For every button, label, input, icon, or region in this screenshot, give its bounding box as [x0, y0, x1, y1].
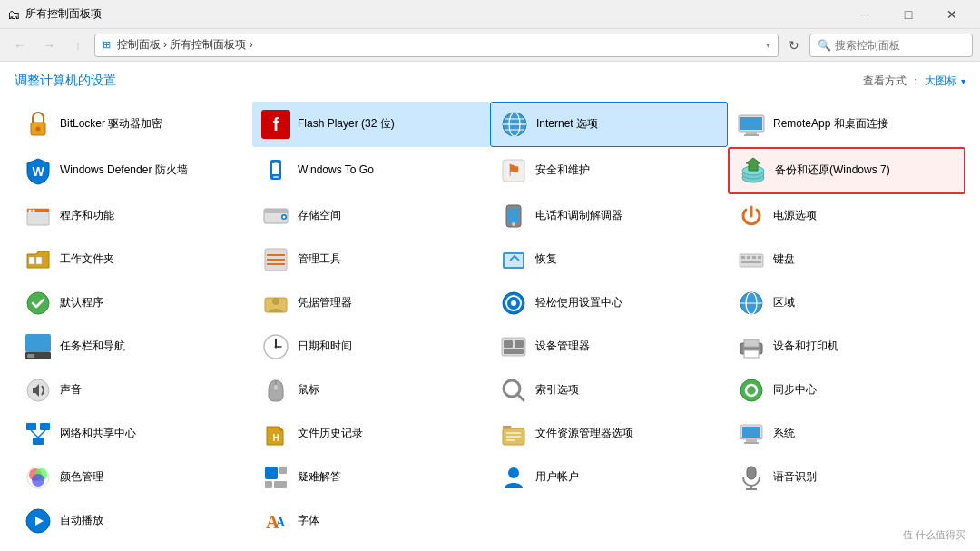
grid-item-security[interactable]: ⚑安全和维护	[490, 147, 728, 194]
power-icon	[737, 202, 766, 231]
grid-item-troubleshoot[interactable]: 疑难解答	[252, 456, 490, 499]
grid-item-filehistory[interactable]: H文件历史记录	[252, 412, 490, 456]
devmgr-icon	[499, 332, 528, 361]
forward-button[interactable]: →	[36, 33, 62, 58]
maximize-button[interactable]: □	[887, 0, 929, 29]
filehistory-icon: H	[261, 419, 290, 448]
devprinters-icon	[737, 332, 766, 361]
grid-item-datetime[interactable]: 日期和时间	[252, 325, 490, 369]
network-icon	[24, 419, 53, 448]
grid-item-devmgr[interactable]: 设备管理器	[490, 325, 728, 369]
refresh-button[interactable]: ↻	[782, 34, 806, 57]
grid-item-storage[interactable]: 存储空间	[252, 194, 490, 238]
grid-item-fileexplorer[interactable]: 文件资源管理器选项	[490, 412, 728, 456]
up-button[interactable]: ↑	[65, 33, 91, 58]
recovery-label: 恢复	[535, 252, 557, 267]
grid-item-credentials[interactable]: 凭据管理器	[252, 281, 490, 325]
grid-item-fonts[interactable]: AA字体	[252, 499, 490, 543]
search-input[interactable]	[835, 39, 971, 52]
search-icon: 🔍	[818, 39, 831, 52]
close-button[interactable]: ✕	[931, 0, 973, 29]
svg-rect-10	[740, 117, 762, 130]
search-bar[interactable]: 🔍	[809, 34, 973, 57]
svg-text:H: H	[272, 433, 279, 443]
titlebar: 🗂 所有控制面板项 ─ □ ✕	[0, 0, 980, 29]
backup-label: 备份和还原(Windows 7)	[775, 163, 890, 178]
view-label: 查看方式	[863, 74, 906, 89]
svg-rect-16	[274, 162, 278, 163]
keyboard-icon	[737, 245, 766, 274]
grid-item-taskbar[interactable]: 任务栏和导航	[15, 325, 252, 369]
defaults-icon	[24, 289, 53, 318]
useracct-icon	[499, 463, 528, 492]
grid-item-power[interactable]: 电源选项	[728, 194, 965, 238]
phone-label: 电话和调制解调器	[535, 209, 622, 223]
speech-label: 语音识别	[773, 470, 817, 485]
grid-item-autoplay[interactable]: 自动播放	[15, 499, 252, 543]
sound-label: 声音	[60, 383, 82, 398]
svg-rect-34	[29, 257, 34, 264]
svg-rect-38	[267, 259, 285, 261]
svg-rect-43	[741, 256, 745, 259]
grid-item-ease[interactable]: 轻松使用设置中心	[490, 281, 728, 325]
grid-item-region[interactable]: 区域	[728, 281, 965, 325]
grid-item-mouse[interactable]: 鼠标	[252, 369, 490, 412]
view-separator: ：	[910, 74, 921, 89]
grid-item-programs[interactable]: 程序和功能	[15, 194, 252, 238]
storage-icon	[261, 202, 290, 231]
grid-item-workfolder[interactable]: 工作文件夹	[15, 238, 252, 281]
datetime-icon	[261, 332, 290, 361]
grid-item-devprinters[interactable]: 设备和打印机	[728, 325, 965, 369]
svg-point-48	[27, 292, 49, 314]
svg-rect-15	[272, 163, 279, 174]
grid-item-defaults[interactable]: 默认程序	[15, 281, 252, 325]
address-bar[interactable]: ⊞ 控制面板 › 所有控制面板项 › ▾	[94, 34, 779, 57]
grid-item-synccenter[interactable]: 同步中心	[728, 369, 965, 412]
grid-item-internet[interactable]: Internet 选项	[490, 102, 728, 147]
svg-point-30	[283, 216, 286, 219]
grid-item-phone[interactable]: 电话和调制解调器	[490, 194, 728, 238]
grid-item-remoteapp[interactable]: RemoteApp 和桌面连接	[728, 102, 965, 147]
synccenter-icon	[737, 376, 766, 405]
svg-point-50	[272, 298, 279, 305]
taskbar-icon	[24, 332, 53, 361]
back-button[interactable]: ←	[7, 33, 33, 58]
grid-item-backup[interactable]: 备份和还原(Windows 7)	[728, 147, 965, 194]
ease-label: 轻松使用设置中心	[535, 296, 622, 310]
grid-item-sound[interactable]: 声音	[15, 369, 252, 412]
grid-item-network[interactable]: 网络和共享中心	[15, 412, 252, 456]
fileexplorer-icon	[499, 419, 528, 448]
indexing-label: 索引选项	[535, 383, 579, 398]
region-label: 区域	[773, 296, 795, 310]
grid-item-indexing[interactable]: 索引选项	[490, 369, 728, 412]
grid-item-recovery[interactable]: 恢复	[490, 238, 728, 281]
grid-item-useracct[interactable]: 用户帐户	[490, 456, 728, 499]
grid-item-speech[interactable]: 语音识别	[728, 456, 965, 499]
autoplay-icon	[24, 507, 53, 536]
view-arrow-icon[interactable]: ▾	[961, 76, 965, 86]
grid-item-mgmttools[interactable]: 管理工具	[252, 238, 490, 281]
grid-item-system[interactable]: 系统	[728, 412, 965, 456]
svg-rect-77	[40, 423, 50, 430]
system-label: 系统	[773, 427, 795, 441]
speech-icon	[737, 463, 766, 492]
remoteapp-label: RemoteApp 和桌面连接	[773, 117, 888, 132]
address-dropdown-icon[interactable]: ▾	[766, 40, 770, 50]
view-current[interactable]: 大图标	[925, 74, 957, 89]
grid-item-bitlocker[interactable]: BitLocker 驱动器加密	[15, 102, 252, 147]
svg-rect-97	[274, 481, 287, 488]
fileexplorer-label: 文件资源管理器选项	[535, 427, 633, 441]
toolbar: ← → ↑ ⊞ 控制面板 › 所有控制面板项 › ▾ ↻ 🔍	[0, 29, 980, 62]
svg-rect-85	[506, 439, 515, 441]
grid-item-wintogo[interactable]: Windows To Go	[252, 147, 490, 194]
grid-item-windefender[interactable]: WWindows Defender 防火墙	[15, 147, 252, 194]
grid-item-colormgmt[interactable]: 颜色管理	[15, 456, 252, 499]
storage-label: 存储空间	[298, 209, 341, 223]
windefender-icon: W	[24, 156, 53, 185]
minimize-button[interactable]: ─	[844, 0, 886, 29]
synccenter-label: 同步中心	[773, 383, 817, 398]
svg-text:A: A	[276, 516, 286, 529]
troubleshoot-icon	[261, 463, 290, 492]
grid-item-flash[interactable]: fFlash Player (32 位)	[252, 102, 490, 147]
grid-item-keyboard[interactable]: 键盘	[728, 238, 965, 281]
